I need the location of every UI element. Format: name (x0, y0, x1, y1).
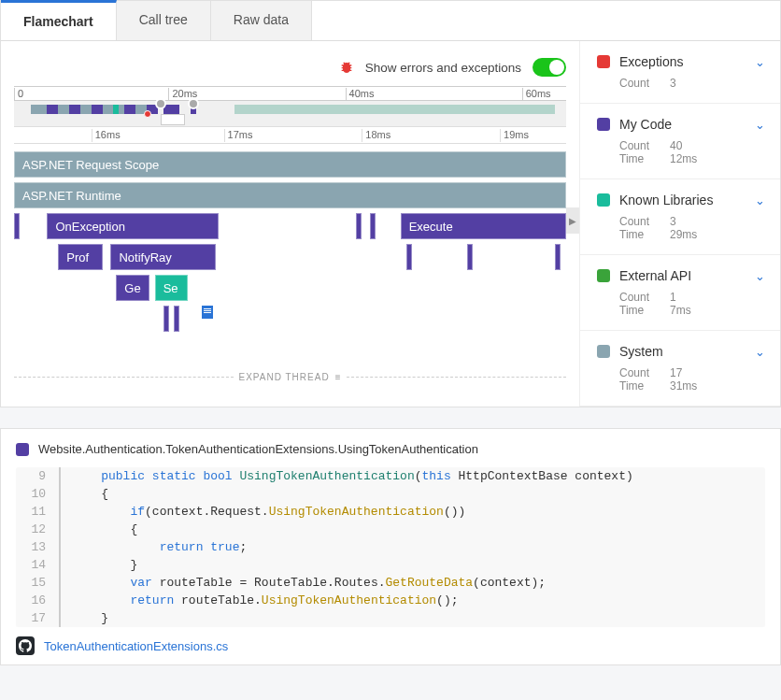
ruler-tick: 19ms (500, 129, 529, 142)
expand-thread-button[interactable]: EXPAND THREAD ≡ (14, 372, 566, 382)
flame-bar[interactable] (406, 244, 412, 270)
code-line: 15 var routeTable = RouteTable.Routes.Ge… (16, 574, 765, 592)
legend-title: Exceptions (619, 54, 683, 69)
legend-stats: Count40Time12ms (619, 139, 765, 165)
range-handle[interactable] (155, 98, 166, 109)
profiler-panel: Flamechart Call tree Raw data Show error… (0, 0, 781, 407)
code-line: 9 public static bool UsingTokenAuthentic… (16, 467, 765, 485)
errors-label: Show errors and exceptions (365, 61, 521, 75)
minimap-segment (47, 105, 58, 114)
source-panel: Website.Authentication.TokenAuthenticati… (0, 428, 781, 665)
exception-marker[interactable] (144, 110, 151, 118)
flame-bar[interactable]: Se (155, 275, 188, 301)
code-block: 9 public static bool UsingTokenAuthentic… (16, 467, 765, 627)
ruler-tick: 0 (14, 88, 23, 101)
legend-stats: Count3Time29ms (619, 215, 765, 241)
ruler-tick: 17ms (224, 129, 253, 142)
legend-swatch (597, 118, 610, 131)
legend-title: System (619, 344, 663, 359)
flame-bar[interactable] (555, 244, 561, 270)
range-handle[interactable] (188, 98, 199, 109)
errors-toggle[interactable] (532, 58, 566, 77)
overview-ruler: 020ms40ms60ms (14, 86, 566, 101)
legend-swatch (597, 55, 610, 68)
legend-toggle[interactable]: System ⌄ (597, 344, 765, 359)
legend-swatch (597, 193, 610, 207)
legend-swatch (597, 269, 610, 282)
legend-toggle[interactable]: Known Libraries ⌄ (597, 193, 765, 207)
flame-bar[interactable]: Prof (58, 244, 102, 270)
code-line: 14 } (16, 556, 765, 574)
legend-title: My Code (619, 117, 672, 132)
legend-swatch (597, 345, 610, 358)
flame-bar[interactable]: ASP.NET Request Scope (14, 151, 566, 178)
flame-bar[interactable] (14, 213, 20, 239)
flame-bar[interactable]: Execute (401, 213, 566, 239)
chevron-down-icon: ⌄ (755, 269, 765, 283)
flame-bar[interactable] (163, 306, 169, 332)
flamechart-area: Show errors and exceptions 020ms40ms60ms… (1, 41, 579, 407)
bug-icon (339, 60, 354, 75)
chevron-down-icon: ⌄ (755, 193, 765, 207)
method-title: Website.Authentication.TokenAuthenticati… (38, 442, 478, 456)
code-category-swatch (16, 443, 29, 456)
legend-item: Exceptions ⌄ Count3 (580, 41, 780, 104)
minimap-segment (124, 105, 135, 114)
marker-icon[interactable] (202, 306, 213, 319)
legend-item: External API ⌄ Count1Time7ms (580, 255, 780, 331)
chevron-down-icon: ⌄ (755, 345, 765, 359)
flame-bar[interactable] (174, 306, 179, 332)
legend-item: System ⌄ Count17Time31ms (580, 331, 780, 407)
code-line: 12 { (16, 521, 765, 538)
detail-ruler: 16ms17ms18ms19ms (14, 127, 566, 144)
legend-title: External API (619, 268, 691, 283)
code-line: 13 return true; (16, 538, 765, 556)
flame-bar[interactable] (370, 213, 376, 239)
legend-toggle[interactable]: External API ⌄ (597, 268, 765, 283)
source-file-link[interactable]: TokenAuthenticationExtensions.cs (44, 639, 228, 653)
minimap-segment (113, 105, 119, 114)
flame-bar[interactable]: NotifyRay (110, 244, 215, 270)
minimap-selection[interactable] (161, 114, 186, 125)
flame-bars: ASP.NET Request Scope ASP.NET Runtime On… (14, 151, 566, 357)
tab-rawdata[interactable]: Raw data (211, 1, 312, 40)
tab-flamechart[interactable]: Flamechart (1, 0, 117, 40)
legend-stats: Count17Time31ms (619, 366, 765, 393)
ruler-tick: 16ms (92, 129, 121, 142)
code-line: 16 return routeTable.UsingTokenAuthentic… (16, 592, 765, 609)
minimap-segment (234, 105, 555, 114)
view-tabs: Flamechart Call tree Raw data (1, 1, 780, 41)
minimap-segment (92, 105, 103, 114)
legend-stats: Count1Time7ms (619, 291, 765, 317)
ruler-tick: 18ms (362, 129, 390, 142)
minimap-segment (69, 105, 80, 114)
ruler-tick: 40ms (346, 88, 375, 101)
chevron-down-icon: ⌄ (755, 118, 765, 132)
legend-title: Known Libraries (619, 193, 713, 207)
legend-item: Known Libraries ⌄ Count3Time29ms (580, 179, 780, 255)
code-line: 11 if(context.Request.UsingTokenAuthenti… (16, 503, 765, 521)
flame-bar[interactable]: OnException (47, 213, 218, 239)
flame-bar[interactable] (356, 213, 362, 239)
github-icon[interactable] (16, 636, 35, 655)
legend-stats: Count3 (619, 77, 765, 90)
expand-icon: ≡ (335, 372, 342, 382)
code-line: 10 { (16, 485, 765, 503)
timeline-minimap[interactable] (14, 101, 566, 127)
flame-bar[interactable]: ASP.NET Runtime (14, 182, 566, 208)
legend-toggle[interactable]: Exceptions ⌄ (597, 54, 765, 69)
flame-bar[interactable] (467, 244, 473, 270)
scroll-right-button[interactable]: ▶ (566, 207, 579, 234)
code-line: 17 } (16, 609, 765, 627)
tab-calltree[interactable]: Call tree (117, 1, 211, 40)
flame-bar[interactable]: Ge (116, 275, 149, 301)
legend-item: My Code ⌄ Count40Time12ms (580, 104, 780, 179)
legend-panel: Exceptions ⌄ Count3 My Code ⌄ Count40Tim… (579, 41, 780, 407)
legend-toggle[interactable]: My Code ⌄ (597, 117, 765, 132)
chevron-down-icon: ⌄ (755, 55, 765, 69)
ruler-tick: 60ms (522, 88, 551, 101)
